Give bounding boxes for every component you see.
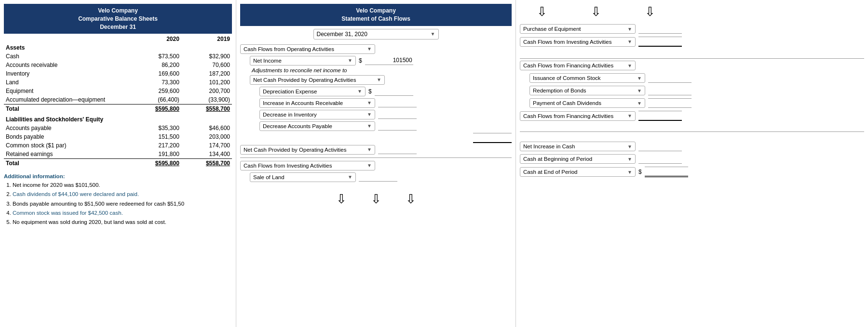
asset-cash-2019: $32,900 [181,52,232,61]
down-arrow-3: ⇩ [403,192,419,207]
cf-company-title: Velo Company [356,7,396,14]
depreciation-dropdown[interactable]: Depreciation Expense ▼ [259,87,366,96]
assets-total-2019: $558,700 [181,105,232,114]
net-cash-provided-dropdown[interactable]: Net Cash Provided by Operating Activitie… [250,75,385,85]
purchase-equipment-row: Purchase of Equipment ▼ [520,24,864,34]
table-row: Land 73,300 101,200 [4,78,232,87]
chevron-down-icon: ▼ [627,157,632,162]
equipment-2020: 259,600 [131,87,181,95]
decrease-ap-dropdown[interactable]: Decrease Accounts Payable ▼ [259,121,375,131]
decrease-ap-input[interactable] [378,121,417,131]
col-header-2019: 2019 [181,35,232,43]
operating-subtotal-input[interactable] [473,133,512,143]
balance-table: 2020 2019 Assets Cash $73,500 $32,900 Ac… [4,35,232,168]
decrease-inventory-dropdown[interactable]: Decrease in Inventory ▼ [259,110,375,119]
net-cash-operating-row: Net Cash Provided by Operating Activitie… [240,145,512,155]
cash-end-input[interactable] [645,167,688,177]
retained-earnings-2020: 191,800 [131,150,181,159]
depreciation-row: Depreciation Expense ▼ $ [259,87,512,96]
table-row: Bonds payable 151,500 203,000 [4,132,232,141]
bottom-arrows-middle: ⇩ ⇩ ⇩ [240,192,512,207]
list-item: Net income for 2020 was $101,500. [13,181,232,189]
net-increase-row: Net Increase in Cash ▼ [520,142,864,151]
liab-total-2019: $558,700 [181,159,232,168]
increase-ar-row: Increase in Accounts Receivable ▼ [259,98,512,108]
net-increase-dropdown[interactable]: Net Increase in Cash ▼ [520,142,636,151]
cash-end-dollar: $ [638,169,642,175]
chevron-down-icon: ▼ [627,63,632,68]
ap-2020: $35,300 [131,124,181,132]
net-increase-input[interactable] [638,142,682,151]
chevron-down-icon: ▼ [637,76,642,81]
inventory-2020: 169,600 [131,69,181,78]
redemption-bonds-dropdown[interactable]: Redemption of Bonds ▼ [529,86,645,95]
chevron-down-icon: ▼ [431,31,435,37]
payment-dividends-input[interactable] [648,98,692,108]
land-2020: 73,300 [131,78,181,87]
date-dropdown[interactable]: December 31, 2020 ▼ [313,29,439,39]
purchase-equipment-dropdown[interactable]: Purchase of Equipment ▼ [520,24,636,34]
chevron-down-icon: ▼ [367,123,372,129]
financing-header-row: Cash Flows from Financing Activities ▼ [520,61,864,70]
investing-total-dropdown[interactable]: Cash Flows from Investing Activities ▼ [520,37,636,47]
financing-activities-section: Cash Flows from Financing Activities ▼ I… [520,61,864,124]
cash-beginning-dropdown[interactable]: Cash at Beginning of Period ▼ [520,154,636,164]
net-cash-operating-dropdown[interactable]: Net Cash Provided by Operating Activitie… [240,145,375,155]
inventory-2019: 187,200 [181,69,232,78]
net-income-dropdown[interactable]: Net Income ▼ [250,56,356,65]
net-income-input[interactable] [365,56,413,65]
ar-2019: 70,600 [181,61,232,69]
date-select-row: December 31, 2020 ▼ [240,29,512,39]
cash-flow-middle-panel: Velo Company Statement of Cash Flows Dec… [236,0,516,327]
table-row: Common stock ($1 par) 217,200 174,700 [4,141,232,150]
cash-end-dropdown[interactable]: Cash at End of Period ▼ [520,167,636,177]
chevron-down-icon: ▼ [367,163,372,168]
cash-beginning-input[interactable] [638,155,682,164]
chevron-down-icon: ▼ [627,39,632,44]
down-arrow-right-1: ⇩ [534,4,550,19]
increase-ar-dropdown[interactable]: Increase in Accounts Receivable ▼ [259,98,375,108]
summary-section: Net Increase in Cash ▼ Cash at Beginning… [520,142,864,180]
financing-total-dropdown[interactable]: Cash Flows from Financing Activities ▼ [520,111,636,121]
chevron-down-icon: ▼ [377,77,381,82]
table-row: Accounts payable $35,300 $46,600 [4,124,232,132]
top-arrows-right: ⇩ ⇩ ⇩ [520,4,864,19]
blank-subtotal-row [259,133,512,143]
chevron-down-icon: ▼ [348,174,353,180]
liab-total-2020: $595,800 [131,159,181,168]
redemption-bonds-row: Redemption of Bonds ▼ [529,86,864,95]
net-cash-operating-input[interactable] [378,145,417,154]
balance-sheet-date: December 31 [100,24,136,30]
land-2019: 101,200 [181,78,232,87]
common-stock-2019: 174,700 [181,141,232,150]
increase-ar-input[interactable] [378,98,417,107]
table-row: Equipment 259,600 200,700 [4,87,232,95]
sale-of-land-dropdown[interactable]: Sale of Land ▼ [250,172,356,182]
down-arrow-2: ⇩ [368,192,384,207]
decrease-ap-row: Decrease Accounts Payable ▼ [259,121,512,131]
table-row: Accounts receivable 86,200 70,600 [4,61,232,69]
issuance-common-stock-input[interactable] [648,74,692,83]
retained-earnings-label: Retained earnings [4,150,131,159]
decrease-inventory-input[interactable] [378,110,417,119]
balance-sheet-panel: Velo Company Comparative Balance Sheets … [0,0,236,327]
payment-dividends-dropdown[interactable]: Payment of Cash Dividends ▼ [529,98,645,108]
sale-of-land-input[interactable] [359,172,397,182]
operating-activities-dropdown[interactable]: Cash Flows from Operating Activities ▼ [240,44,375,54]
financing-header-dropdown[interactable]: Cash Flows from Financing Activities ▼ [520,61,636,70]
investing-activities-dropdown[interactable]: Cash Flows from Investing Activities ▼ [240,161,375,170]
chevron-down-icon: ▼ [627,144,632,149]
purchase-equipment-input[interactable] [638,25,682,34]
depreciation-input[interactable] [375,87,413,96]
chevron-down-icon: ▼ [357,89,362,94]
financing-total-input[interactable] [638,111,682,121]
investing-total-input[interactable] [638,37,682,47]
chevron-down-icon: ▼ [367,147,372,152]
assets-label: Assets [4,43,232,52]
chevron-down-icon: ▼ [367,46,372,52]
date-label: December 31, 2020 [317,31,367,38]
redemption-bonds-input[interactable] [648,86,692,95]
chevron-down-icon: ▼ [637,101,642,106]
land-label: Land [4,78,131,87]
issuance-common-stock-dropdown[interactable]: Issuance of Common Stock ▼ [529,73,645,83]
